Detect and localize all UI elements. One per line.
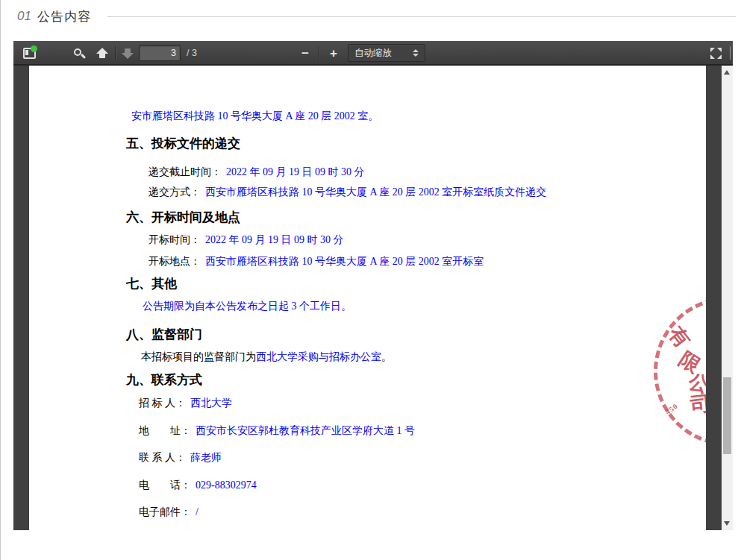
contact-row: 联 系 人：薛老师: [139, 450, 222, 465]
text-highlight: 西北大学采购与招标办公室: [256, 351, 381, 362]
contact-row: 电 话：029-88302974: [139, 478, 257, 493]
field-value: 2022 年 09 月 19 日 09 时 30 分: [226, 166, 365, 177]
next-page-button[interactable]: [118, 43, 137, 63]
field-value: 2022 年 09 月 19 日 09 时 30 分: [205, 234, 344, 245]
contact-label: 地 址：: [139, 425, 191, 436]
minus-icon: −: [301, 47, 309, 60]
field-label: 递交截止时间：: [148, 166, 222, 177]
zoom-select-value: 自动缩放: [354, 47, 413, 60]
contact-value: /: [196, 506, 198, 517]
zoom-out-button[interactable]: −: [296, 43, 315, 63]
fullscreen-button[interactable]: [706, 43, 725, 63]
sidebar-toggle-button[interactable]: [19, 43, 39, 63]
contact-value: 西北大学: [190, 397, 232, 409]
toolbar-right-separator: [730, 46, 731, 60]
doc-line: 开标时间：2022 年 09 月 19 日 09 时 30 分: [148, 233, 344, 248]
contact-row: 地 址：西安市长安区郭杜教育科技产业区学府大道 1 号: [139, 424, 415, 438]
section-number: 01: [17, 9, 31, 24]
expand-arrows-icon: [710, 48, 722, 59]
toolbar-separator: [319, 46, 319, 60]
contact-value: 029-88302974: [196, 479, 257, 491]
sidebar-icon: [23, 48, 36, 59]
contact-value: 薛老师: [190, 452, 222, 463]
doc-line: 递交方式：西安市雁塔区科技路 10 号华奥大厦 A 座 20 层 2002 室开…: [148, 185, 546, 200]
doc-line: 本招标项目的监督部门为西北大学采购与招标办公室。: [141, 350, 392, 365]
page-title: 公告内容: [37, 8, 91, 25]
contact-label: 电子邮件：: [139, 506, 191, 517]
scrollbar-down-icon[interactable]: [724, 521, 730, 526]
plus-icon: +: [330, 47, 337, 60]
field-label: 开标地点：: [148, 256, 201, 267]
find-button[interactable]: [69, 43, 88, 63]
pdf-page: 安市雁塔区科技路 10 号华奥大厦 A 座 20 层 2002 室。 五、投标文…: [29, 66, 706, 530]
doc-heading-5: 五、投标文件的递交: [126, 135, 240, 152]
text-suffix: 。: [381, 351, 392, 362]
scrollbar-thumb[interactable]: [723, 377, 731, 454]
notification-dot: [31, 45, 37, 52]
page-number-input[interactable]: [139, 45, 181, 61]
contact-label: 联 系 人：: [139, 452, 186, 463]
pdf-toolbar: / 3 − + 自动缩放: [13, 41, 733, 65]
contact-value: 西安市长安区郭杜教育科技产业区学府大道 1 号: [196, 425, 415, 436]
field-value: 西安市雁塔区科技路 10 号华奥大厦 A 座 20 层 2002 室开标室: [205, 256, 484, 267]
section-header: 01 公告内容: [1, 0, 741, 33]
doc-line: 开标地点：西安市雁塔区科技路 10 号华奥大厦 A 座 20 层 2002 室开…: [148, 254, 484, 269]
doc-heading-9: 九、联系方式: [126, 371, 202, 388]
stamp-char: 司: [689, 390, 706, 419]
scrollbar-up-icon[interactable]: [724, 70, 730, 75]
doc-intro-line: 安市雁塔区科技路 10 号华奥大厦 A 座 20 层 2002 室。: [131, 109, 378, 124]
arrow-up-icon: [96, 48, 108, 59]
contact-label: 电 话：: [139, 479, 191, 491]
text-prefix: 本招标项目的监督部门为: [141, 351, 256, 362]
arrow-down-icon: [122, 48, 134, 59]
spinner-icon: [413, 49, 419, 57]
toolbar-separator: [115, 46, 116, 60]
previous-page-button[interactable]: [93, 43, 112, 63]
zoom-select[interactable]: 自动缩放: [348, 44, 425, 62]
header-divider: [107, 16, 736, 17]
field-label: 开标时间：: [148, 234, 201, 245]
search-icon: [74, 48, 81, 56]
doc-line: 递交截止时间：2022 年 09 月 19 日 09 时 30 分: [148, 165, 365, 180]
doc-note-line: 公告期限为自本公告发布之日起 3 个工作日。: [143, 299, 351, 314]
zoom-in-button[interactable]: +: [324, 43, 343, 63]
field-value: 西安市雁塔区科技路 10 号华奥大厦 A 座 20 层 2002 室开标室纸质文…: [205, 186, 546, 198]
page: { "header": { "index": "01", "title": "公…: [0, 0, 741, 560]
viewer-body: 安市雁塔区科技路 10 号华奥大厦 A 座 20 层 2002 室。 五、投标文…: [13, 66, 733, 530]
doc-heading-8: 八、监督部门: [126, 326, 202, 343]
contact-row: 电子邮件：/: [139, 505, 198, 520]
page-count-label: / 3: [187, 48, 197, 58]
doc-heading-7: 七、其他: [126, 275, 177, 292]
vertical-scrollbar[interactable]: [722, 66, 733, 530]
pdf-viewer: / 3 − + 自动缩放 安市雁塔区科技路 10 号华奥大厦 A 座 20 层 …: [13, 41, 733, 530]
contact-label: 招 标 人：: [139, 397, 186, 409]
contact-row: 招 标 人：西北大学: [139, 396, 232, 411]
doc-heading-6: 六、开标时间及地点: [126, 209, 240, 226]
field-label: 递交方式：: [148, 186, 201, 198]
